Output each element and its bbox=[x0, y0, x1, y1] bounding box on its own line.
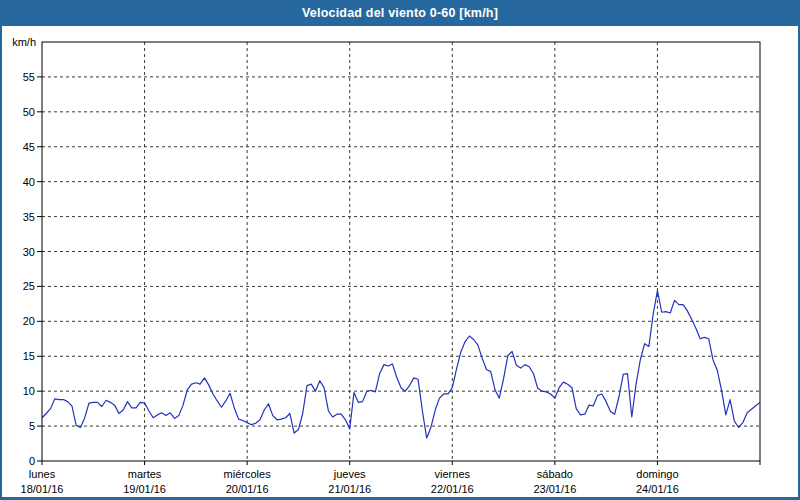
app-window: Velocidad del viento 0-60 [km/h] 0510152… bbox=[0, 0, 800, 500]
y-axis-unit-label: km/h bbox=[12, 36, 36, 48]
day-name-label: miércoles bbox=[224, 468, 272, 480]
day-date-label: 24/01/16 bbox=[636, 483, 679, 495]
y-tick-label: 10 bbox=[23, 385, 35, 397]
day-date-label: 19/01/16 bbox=[123, 483, 166, 495]
y-tick-label: 30 bbox=[23, 246, 35, 258]
plot-area bbox=[42, 42, 760, 461]
y-tick-label: 40 bbox=[23, 176, 35, 188]
day-name-label: jueves bbox=[333, 468, 366, 480]
y-tick-label: 0 bbox=[29, 455, 35, 467]
day-date-label: 23/01/16 bbox=[533, 483, 576, 495]
day-name-label: domingo bbox=[636, 468, 678, 480]
day-name-label: sábado bbox=[537, 468, 573, 480]
day-name-label: viernes bbox=[435, 468, 471, 480]
y-tick-label: 45 bbox=[23, 141, 35, 153]
day-date-label: 21/01/16 bbox=[328, 483, 371, 495]
y-tick-label: 15 bbox=[23, 350, 35, 362]
y-tick-label: 35 bbox=[23, 211, 35, 223]
day-date-label: 20/01/16 bbox=[226, 483, 269, 495]
chart-panel: 0510152025303540455055lunes18/01/16marte… bbox=[2, 26, 798, 497]
y-tick-label: 20 bbox=[23, 315, 35, 327]
day-name-label: martes bbox=[128, 468, 162, 480]
day-name-label: lunes bbox=[29, 468, 56, 480]
wind-speed-chart: 0510152025303540455055lunes18/01/16marte… bbox=[0, 0, 800, 500]
y-tick-label: 55 bbox=[23, 71, 35, 83]
y-tick-label: 5 bbox=[29, 420, 35, 432]
day-date-label: 22/01/16 bbox=[431, 483, 474, 495]
y-tick-label: 25 bbox=[23, 280, 35, 292]
y-tick-label: 50 bbox=[23, 106, 35, 118]
day-date-label: 18/01/16 bbox=[21, 483, 64, 495]
